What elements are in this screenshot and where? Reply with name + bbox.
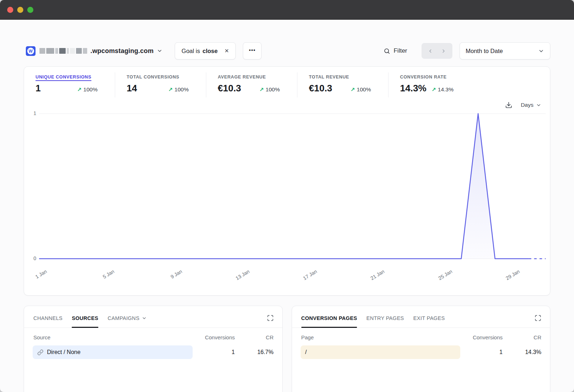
metric-value: 14 [127,83,137,94]
tab-sources[interactable]: SOURCES [72,315,98,328]
metric-label: AVERAGE REVENUE [218,75,288,80]
remove-goal-filter-button[interactable]: ✕ [225,48,229,54]
metric-delta: 100% [265,86,280,93]
y-axis-label: 1 [30,110,36,116]
window-zoom-button[interactable] [27,7,33,13]
window-titlebar [0,0,574,20]
expand-icon [535,315,541,321]
tab-conversion-pages[interactable]: CONVERSION PAGES [301,315,357,328]
x-axis-label: 21 Jan [356,268,385,289]
trend-up-icon: ↗ [350,86,355,93]
header: W .wpcomstaging.com Goal is close ✕ ••• [24,42,550,60]
download-icon [505,101,512,109]
metric-delta: 100% [357,86,371,93]
sources-table-header: Source Conversions CR [33,334,274,345]
page-cell: / [301,345,461,359]
chart-area-fill [39,114,529,259]
trend-up-icon: ↗ [432,86,436,93]
metric-conversion-rate[interactable]: CONVERSION RATE 14.3% ↗14.3% [389,72,550,97]
metric-unique-conversions[interactable]: UNIQUE CONVERSIONS 1 ↗100% [24,72,115,97]
trend-up-icon: ↗ [77,86,82,93]
download-chart-button[interactable] [505,101,512,109]
sources-card: CHANNELS SOURCES CAMPAIGNS Source Conver… [24,306,283,392]
source-name: Direct / None [47,349,80,355]
date-range-select[interactable]: Month to Date [460,42,550,59]
filter-label: Filter [394,47,407,54]
column-source: Source [33,334,193,340]
conversions-value: 1 [463,349,503,355]
source-cell: Direct / None [33,345,193,359]
pages-card: CONVERSION PAGES ENTRY PAGES EXIT PAGES … [292,306,551,392]
window-close-button[interactable] [7,7,13,13]
granularity-value: Days [521,102,533,108]
metric-label: TOTAL CONVERSIONS [127,75,197,80]
chevron-down-icon [142,316,147,321]
metrics-row: UNIQUE CONVERSIONS 1 ↗100% TOTAL CONVERS… [24,67,550,97]
metric-delta: 100% [83,86,98,93]
next-period-button[interactable] [439,46,448,56]
filter-button[interactable]: Filter [384,47,407,54]
x-axis-label: 29 Jan [491,268,521,289]
trend-up-icon: ↗ [168,86,173,93]
metric-total-conversions[interactable]: TOTAL CONVERSIONS 14 ↗100% [115,72,206,97]
granularity-select[interactable]: Days [521,102,541,108]
table-row[interactable]: / 1 14.3% [301,345,542,359]
previous-period-button[interactable] [425,46,435,56]
redacted-site-name [39,48,87,54]
cr-value: 14.3% [505,349,541,355]
search-icon [384,48,390,54]
date-pager [422,43,452,59]
x-axis-label: 17 Jan [288,268,318,289]
site-domain: .wpcomstaging.com [90,47,154,55]
metric-value: €10.3 [218,83,241,94]
x-axis-label: 13 Jan [221,268,250,289]
conversions-value: 1 [196,349,235,355]
x-axis-label: 1 Jan [24,268,48,289]
link-icon [37,349,43,355]
chart-line [39,114,529,259]
cr-value: 16.7% [238,349,274,355]
page-name: / [305,349,307,355]
goal-filter-prefix: Goal is [182,48,200,54]
window-minimize-button[interactable] [17,7,23,13]
tab-exit-pages[interactable]: EXIT PAGES [413,315,445,328]
tab-channels[interactable]: CHANNELS [33,315,62,328]
metric-delta: 14.3% [438,86,453,93]
column-cr: CR [238,334,274,340]
chart-controls: Days [24,97,550,110]
y-axis-label: 0 [30,255,36,261]
conversions-chart[interactable]: 10 [39,113,546,259]
app-window: W .wpcomstaging.com Goal is close ✕ ••• [0,0,574,392]
table-row[interactable]: Direct / None 1 16.7% [33,345,274,359]
date-range-value: Month to Date [466,48,538,54]
tab-campaigns[interactable]: CAMPAIGNS [108,315,147,328]
expand-pages-card-button[interactable] [535,315,541,321]
goal-filter-value: close [202,48,217,54]
metric-delta: 100% [174,86,189,93]
site-picker[interactable]: W .wpcomstaging.com [26,46,163,56]
column-page: Page [301,334,461,340]
chevron-down-icon [536,102,541,108]
trend-up-icon: ↗ [259,86,264,93]
chevron-right-icon [441,48,446,54]
tab-entry-pages[interactable]: ENTRY PAGES [366,315,404,328]
goal-filter-chip[interactable]: Goal is close ✕ [175,42,236,59]
more-options-button[interactable]: ••• [243,42,262,59]
metric-average-revenue[interactable]: AVERAGE REVENUE €10.3 ↗100% [206,72,297,97]
metric-label: UNIQUE CONVERSIONS [36,75,106,80]
x-axis-label: 9 Jan [154,268,183,289]
pages-card-tabs: CONVERSION PAGES ENTRY PAGES EXIT PAGES [292,306,550,328]
expand-sources-card-button[interactable] [267,315,274,321]
chevron-left-icon [428,48,433,54]
column-conversions: Conversions [196,334,235,340]
x-axis-label: 5 Jan [86,268,115,289]
chart-x-axis: 1 Jan5 Jan9 Jan13 Jan17 Jan21 Jan25 Jan2… [39,259,546,285]
x-axis-label: 25 Jan [424,268,453,289]
chart-canvas [39,113,546,259]
metric-label: TOTAL REVENUE [309,75,380,80]
wordpress-icon: W [26,46,36,56]
metric-total-revenue[interactable]: TOTAL REVENUE €10.3 ↗100% [297,72,389,97]
svg-text:W: W [29,48,33,53]
metric-value: 14.3% [400,83,427,94]
expand-icon [267,315,274,321]
